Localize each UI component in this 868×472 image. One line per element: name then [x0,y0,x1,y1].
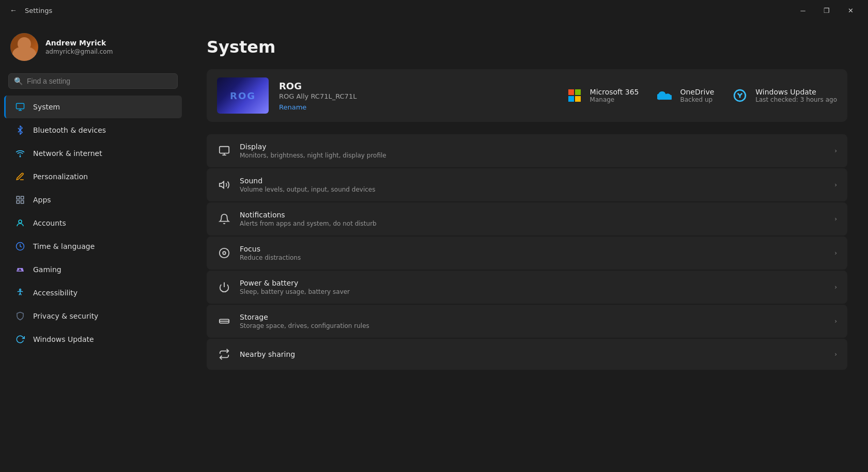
display-title: Display [240,143,826,151]
sidebar-item-bluetooth[interactable]: Bluetooth & devices [4,119,182,141]
microsoft365-sub: Manage [590,96,639,103]
close-button[interactable]: ✕ [839,2,862,19]
sound-desc: Volume levels, output, input, sound devi… [240,186,826,193]
sidebar-item-privacy[interactable]: Privacy & security [4,305,182,327]
restore-button[interactable]: ❐ [815,2,838,19]
device-model: ROG Ally RC71L_RC71L [279,92,555,100]
svg-point-22 [223,251,226,255]
onedrive-icon [655,86,674,105]
sidebar-item-personalization[interactable]: Personalization [4,165,182,188]
svg-point-14 [20,289,21,291]
device-card: ROG ROG Ally RC71L_RC71L Rename Microsof… [207,69,847,122]
avatar [10,33,38,61]
settings-list: Display Monitors, brightness, night ligh… [207,134,847,370]
apps-icon [14,194,26,206]
sidebar-item-time[interactable]: Time & language [4,235,182,258]
bluetooth-icon [14,124,26,136]
storage-desc: Storage space, drives, configuration rul… [240,322,826,329]
sidebar-item-label: Network & internet [33,149,102,158]
svg-rect-4 [17,196,19,199]
display-text: Display Monitors, brightness, night ligh… [240,143,826,159]
system-icon [14,101,26,113]
titlebar: ← Settings ─ ❐ ✕ [0,0,868,21]
minimize-button[interactable]: ─ [792,2,814,19]
onedrive-sub: Backed up [680,96,714,103]
sidebar-item-system[interactable]: System [4,96,182,118]
sidebar-item-accessibility[interactable]: Accessibility [4,281,182,304]
sound-chevron: › [834,181,837,188]
nearby-chevron: › [834,351,837,358]
gaming-icon [14,264,26,275]
focus-desc: Reduce distractions [240,254,826,261]
sidebar-item-update[interactable]: Windows Update [4,328,182,351]
service-microsoft365[interactable]: Microsoft 365 Manage [565,86,639,105]
power-text: Power & battery Sleep, battery usage, ba… [240,279,826,295]
svg-rect-5 [21,196,24,199]
onedrive-icon [655,86,674,105]
power-title: Power & battery [240,279,826,287]
sound-text: Sound Volume levels, output, input, soun… [240,177,826,193]
search-box[interactable]: 🔍 [8,73,178,89]
sidebar-item-label: Accessibility [33,289,78,297]
search-container: 🔍 [0,71,186,95]
power-chevron: › [834,284,837,291]
device-rename-link[interactable]: Rename [279,103,555,111]
display-chevron: › [834,147,837,154]
sidebar-item-gaming[interactable]: Gaming [4,258,182,281]
sidebar-item-label: System [33,103,60,111]
search-icon: 🔍 [14,77,23,85]
privacy-icon [14,310,26,322]
main-content: System ROG ROG Ally RC71L_RC71L Rename M… [186,21,868,472]
notifications-icon [217,212,231,226]
settings-item-power[interactable]: Power & battery Sleep, battery usage, ba… [207,271,847,304]
user-email: admyrick@gmail.com [45,48,113,55]
notifications-desc: Alerts from apps and system, do not dist… [240,220,826,227]
titlebar-title: Settings [25,7,52,14]
accessibility-icon [14,287,26,298]
service-onedrive[interactable]: OneDrive Backed up [655,86,714,105]
settings-item-storage[interactable]: Storage Storage space, drives, configura… [207,305,847,338]
settings-item-notifications[interactable]: Notifications Alerts from apps and syste… [207,202,847,235]
user-info: Andrew Myrick admyrick@gmail.com [45,39,113,55]
nearby-icon [217,347,231,361]
sidebar-item-label: Windows Update [33,335,94,343]
onedrive-info: OneDrive Backed up [680,88,714,103]
svg-point-8 [19,220,22,223]
notifications-title: Notifications [240,211,826,219]
user-profile: Andrew Myrick admyrick@gmail.com [0,25,186,71]
microsoft365-icon [565,86,584,105]
search-input[interactable] [27,77,172,85]
sound-title: Sound [240,177,826,185]
sidebar-item-accounts[interactable]: Accounts [4,212,182,234]
app-body: Andrew Myrick admyrick@gmail.com 🔍 Syste… [0,21,868,472]
notifications-text: Notifications Alerts from apps and syste… [240,211,826,227]
settings-item-focus[interactable]: Focus Reduce distractions › [207,237,847,270]
windowsupdate-sub: Last checked: 3 hours ago [755,96,837,103]
settings-item-display[interactable]: Display Monitors, brightness, night ligh… [207,134,847,167]
sidebar-item-label: Gaming [33,265,61,274]
svg-point-3 [20,156,21,157]
back-button[interactable]: ← [6,3,21,18]
sidebar: Andrew Myrick admyrick@gmail.com 🔍 Syste… [0,21,186,472]
focus-chevron: › [834,249,837,257]
storage-icon [217,314,231,328]
device-services: Microsoft 365 Manage OneDrive Backed up … [565,86,837,105]
sidebar-nav: System Bluetooth & devices Network & int… [0,95,186,351]
nearby-title: Nearby sharing [240,350,826,358]
time-icon [14,241,26,252]
storage-chevron: › [834,318,837,325]
notifications-chevron: › [834,215,837,223]
storage-text: Storage Storage space, drives, configura… [240,313,826,329]
settings-item-sound[interactable]: Sound Volume levels, output, input, soun… [207,168,847,201]
settings-item-nearby[interactable]: Nearby sharing › [207,339,847,370]
sidebar-item-label: Privacy & security [33,312,98,320]
sidebar-item-network[interactable]: Network & internet [4,142,182,165]
sidebar-item-apps[interactable]: Apps [4,188,182,211]
display-desc: Monitors, brightness, night light, displ… [240,152,826,159]
sidebar-item-label: Personalization [33,172,88,181]
svg-marker-20 [220,182,224,188]
microsoft365-name: Microsoft 365 [590,88,639,96]
service-windowsupdate[interactable]: Windows Update Last checked: 3 hours ago [731,86,837,105]
accounts-icon [14,217,26,229]
svg-point-21 [220,248,229,258]
